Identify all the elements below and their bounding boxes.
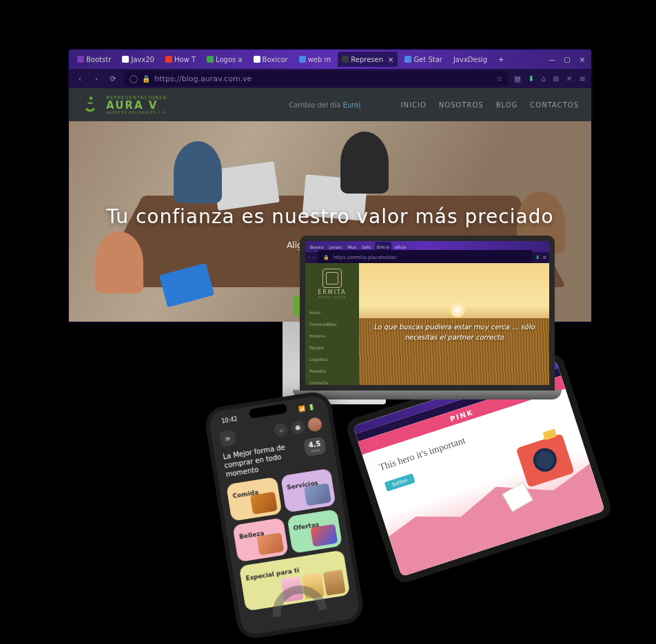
sidebar-item-equipo[interactable]: Equipo	[309, 344, 355, 351]
nav-blog[interactable]: BLOG	[496, 101, 518, 109]
globe-icon	[299, 56, 306, 63]
ermita-sidebar: ERMITA TRADE HOUSE Inicio Commodities Hi…	[305, 263, 359, 385]
address-bar: ‹ › ⟳ ◯ 🔒 https://blog.aurav.com.ve ☆ ▦ …	[69, 69, 591, 88]
ermita-tag: TRADE HOUSE	[309, 295, 355, 299]
ext-icon[interactable]: ✕	[566, 74, 573, 83]
search-icon: ⌕	[278, 426, 283, 434]
tab-logos[interactable]: Logos a	[203, 52, 247, 67]
main-nav: INICIO NOSOTROS BLOG CONTACTOS	[401, 101, 579, 109]
ermita-logo[interactable]: ERMITA TRADE HOUSE	[309, 269, 355, 299]
avatar[interactable]	[307, 417, 323, 433]
url-input[interactable]: ◯ 🔒 https://blog.aurav.com.ve ☆	[124, 71, 509, 86]
card-servicios[interactable]: Servicios	[280, 468, 336, 513]
tab-javxdesign[interactable]: JavxDesig	[449, 52, 491, 67]
ermita-hero: Lo que buscas pudiera estar muy cerca … …	[359, 263, 549, 385]
rating-badge: 4.5 stars	[303, 437, 327, 457]
nav-contactos[interactable]: CONTACTOS	[530, 101, 579, 109]
services-thumb	[304, 483, 331, 506]
favicon	[207, 56, 214, 63]
tab-label: Boxicor	[263, 56, 288, 63]
laptop-addrbar: ‹ › 🔒https://ermita-placeholder ⬇ ≡	[305, 252, 549, 263]
food-thumb	[249, 492, 277, 515]
menu-icon: ≡	[225, 434, 232, 442]
url-text: https://blog.aurav.com.ve	[154, 74, 252, 83]
sidebar-item-commodities[interactable]: Commodities	[309, 320, 355, 328]
laptop-base	[293, 390, 562, 399]
lock-icon: 🔒	[142, 75, 150, 83]
tab-boxicons[interactable]: Boxicor	[249, 52, 292, 67]
minimize-button[interactable]: —	[547, 56, 557, 63]
clock: 10:42	[221, 416, 238, 424]
star-icon[interactable]: ☆	[496, 74, 503, 83]
signal-icon: 📶	[298, 405, 306, 412]
favicon	[342, 56, 349, 63]
hero-title: Tu confianza es nuestro valor más precia…	[95, 205, 565, 228]
maximize-button[interactable]: ▢	[562, 56, 572, 63]
tab-webm[interactable]: web m	[295, 52, 336, 67]
menu-icon[interactable]: ≡	[542, 255, 546, 260]
favicon	[254, 56, 260, 63]
tab-label: Bootstr	[86, 56, 111, 63]
logo-tag: AGENTES ADUANALES C.A	[106, 111, 167, 114]
lock-icon: 🔒	[323, 255, 329, 260]
sidebar-item-contacto[interactable]: Contacto	[309, 379, 355, 386]
reload-button[interactable]: ⟳	[107, 73, 119, 84]
back-button[interactable]: ‹	[308, 255, 310, 260]
sidebar-item-historia[interactable]: Historia	[309, 332, 355, 340]
battery-icon: 🔋	[307, 404, 315, 411]
laptop-device: Boxico javasc Mus Solic Erm b oficia ‹ ›…	[293, 236, 562, 411]
bell-icon: ●	[295, 424, 301, 431]
sun-graphic	[450, 302, 465, 318]
tab-represen-active[interactable]: Represen×	[338, 52, 398, 67]
forward-button[interactable]: ›	[91, 73, 102, 84]
tab-getstarted[interactable]: Get Star	[400, 52, 447, 67]
category-grid: Comida Servicios Belleza Ofertas	[225, 468, 344, 562]
ermita-mark-icon	[322, 269, 342, 288]
sidebar-item-logistica[interactable]: Logística	[309, 355, 355, 363]
card-comida[interactable]: Comida	[226, 477, 282, 521]
laptop-page: ERMITA TRADE HOUSE Inicio Commodities Hi…	[305, 263, 549, 385]
close-window-button[interactable]: ×	[577, 56, 587, 63]
youtube-icon	[165, 56, 172, 63]
card-belleza[interactable]: Belleza	[232, 517, 288, 562]
tab-label: Logos a	[216, 56, 243, 63]
rating-label: stars	[309, 447, 322, 453]
tab-label: Javx20	[131, 56, 154, 63]
nav-nosotros[interactable]: NOSOTROS	[439, 101, 484, 109]
logo-big: AURA V	[106, 101, 167, 111]
window-controls: — ▢ ×	[547, 56, 587, 63]
new-tab-button[interactable]: +	[494, 52, 508, 67]
shield-icon: ◯	[130, 74, 138, 83]
notifications-button[interactable]: ●	[290, 419, 306, 435]
nav-inicio[interactable]: INICIO	[401, 101, 427, 109]
pink-cta-button[interactable]: button	[385, 473, 416, 492]
offers-thumb	[310, 524, 338, 547]
tab-howto[interactable]: How T	[161, 52, 200, 67]
download-icon[interactable]: ⬇	[535, 255, 540, 260]
key-icon[interactable]: ⌂	[541, 74, 546, 83]
sidebar-item-filosofia[interactable]: Filosofía	[309, 367, 355, 375]
extension-icon[interactable]: ▦	[514, 74, 521, 83]
tab-label: Get Star	[413, 56, 442, 63]
tab-label: Represen	[351, 56, 383, 63]
tab-label: web m	[308, 56, 331, 63]
aura-logo[interactable]: REPRESENTACIONES AURA V AGENTES ADUANALE…	[81, 95, 167, 114]
anchor-icon	[81, 95, 101, 114]
beauty-thumb	[256, 532, 284, 555]
back-button[interactable]: ‹	[74, 73, 85, 84]
card-ofertas[interactable]: Ofertas	[287, 509, 342, 554]
menu-button[interactable]: ≡	[219, 430, 236, 447]
tab-javx[interactable]: Javx20	[118, 52, 158, 67]
close-tab-icon[interactable]: ×	[388, 56, 393, 63]
menu-icon[interactable]: ≡	[580, 74, 586, 83]
tab-bootstrap[interactable]: Bootstr	[73, 52, 115, 67]
ermita-name: ERMITA	[309, 289, 355, 295]
tab-label: How T	[174, 56, 196, 63]
exchange-label: Cambio del día Euro|	[289, 101, 360, 109]
puzzle-icon[interactable]: ⊞	[553, 74, 559, 83]
search-button[interactable]: ⌕	[273, 422, 289, 438]
download-icon[interactable]: ⬇	[528, 74, 534, 83]
sidebar-item-inicio[interactable]: Inicio	[309, 309, 355, 316]
forward-button[interactable]: ›	[313, 255, 315, 260]
github-icon	[122, 56, 129, 63]
